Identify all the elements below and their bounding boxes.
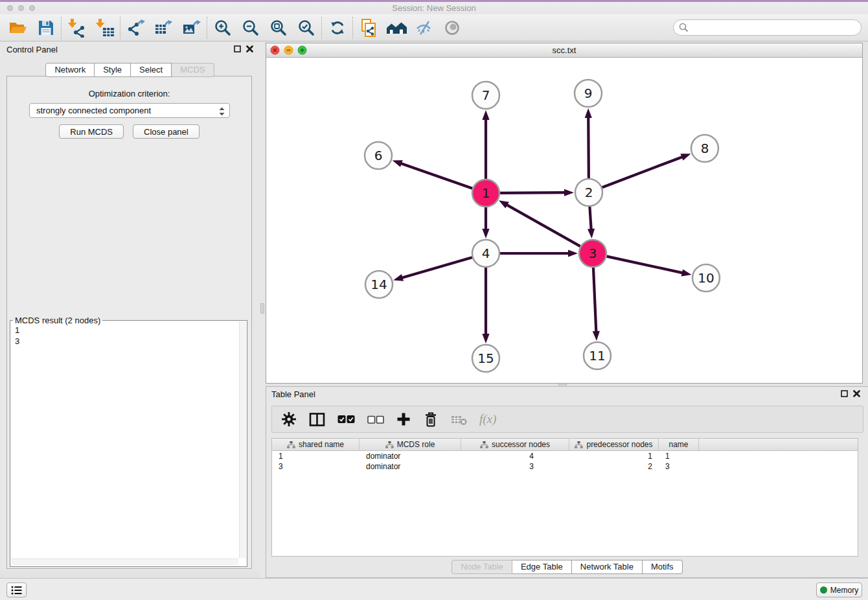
memory-button[interactable]: Memory	[816, 583, 862, 597]
delete-column-button[interactable]	[423, 411, 439, 428]
column-header-MCDS-role[interactable]: MCDS role	[360, 439, 461, 450]
deselect-all-button[interactable]	[367, 415, 384, 424]
table-settings-button[interactable]	[281, 411, 297, 427]
show-panels-icon	[443, 19, 461, 37]
clone-network-button[interactable]	[354, 16, 382, 40]
zoom-selected-button[interactable]	[292, 16, 320, 40]
task-history-button[interactable]	[6, 583, 27, 597]
home-view-button[interactable]	[382, 16, 410, 40]
delete-table-button[interactable]	[451, 413, 467, 426]
graph-node-label: 8	[701, 141, 709, 156]
result-vertical-scrollbar[interactable]	[239, 321, 246, 558]
function-builder-button[interactable]: f(x)	[479, 412, 496, 426]
network-minimize-icon[interactable]	[284, 45, 293, 55]
zoom-in-button[interactable]	[209, 16, 236, 40]
export-network-button[interactable]	[122, 16, 150, 40]
graph-edge-arrowhead	[482, 110, 489, 120]
hide-panels-button[interactable]	[410, 16, 438, 40]
network-window-titlebar[interactable]: scc.txt	[266, 43, 862, 58]
graph-edge-1-2[interactable]	[500, 192, 566, 193]
table-cell[interactable]: dominator	[360, 451, 461, 461]
node-table-header: shared nameMCDS rolesuccessor nodesprede…	[272, 439, 858, 451]
import-table-button[interactable]	[91, 16, 119, 40]
import-network-icon	[67, 18, 87, 38]
float-panel-icon[interactable]	[234, 45, 241, 52]
export-table-button[interactable]	[150, 16, 177, 40]
close-panel-icon[interactable]	[246, 45, 253, 52]
tab-style[interactable]: Style	[95, 63, 131, 77]
table-cell[interactable]: 3	[272, 461, 360, 472]
vertical-split-grip[interactable]	[260, 303, 264, 314]
table-row[interactable]: 3dominator323	[272, 461, 858, 472]
zoom-fit-button[interactable]	[264, 16, 292, 40]
graph-edge-3-10[interactable]	[606, 257, 683, 273]
column-header-shared-name[interactable]: shared name	[272, 439, 360, 450]
search-input[interactable]	[673, 19, 862, 36]
export-image-button[interactable]	[177, 16, 205, 40]
tab-mcds[interactable]: MCDS	[172, 63, 214, 77]
graph-edge-2-3[interactable]	[589, 207, 591, 231]
refresh-view-button[interactable]	[323, 16, 351, 40]
table-row[interactable]: 1dominator411	[272, 451, 858, 461]
tab-motifs[interactable]: Motifs	[643, 560, 683, 574]
network-maximize-icon[interactable]	[297, 45, 307, 55]
graph-edge-2-9[interactable]	[588, 116, 589, 178]
import-network-button[interactable]	[63, 16, 91, 40]
table-cell[interactable]: 4	[461, 451, 569, 461]
graph-edge-2-8[interactable]	[602, 156, 684, 187]
zoom-out-button[interactable]	[236, 16, 264, 40]
table-cell[interactable]: 3	[461, 461, 569, 472]
column-header-predecessor-nodes[interactable]: predecessor nodes	[569, 439, 659, 450]
close-panel-button[interactable]: Close panel	[133, 124, 200, 139]
delete-table-icon	[451, 413, 467, 426]
graph-edge-arrowhead	[499, 200, 509, 208]
run-mcds-button[interactable]: Run MCDS	[59, 124, 124, 139]
optimization-criterion-label: Optimization criterion:	[7, 89, 251, 98]
graph-edge-3-11[interactable]	[593, 268, 596, 333]
graph-node-label: 2	[585, 185, 593, 200]
show-columns-button[interactable]	[309, 412, 325, 427]
status-bar: Memory	[0, 578, 868, 600]
result-horizontal-scrollbar[interactable]	[11, 559, 238, 566]
vertical-split-divider[interactable]	[260, 41, 266, 578]
graph-edge-4-14[interactable]	[401, 257, 472, 278]
show-panels-button[interactable]	[438, 16, 466, 40]
tab-edge-table[interactable]: Edge Table	[512, 560, 572, 574]
table-cell[interactable]: dominator	[360, 461, 461, 472]
network-close-icon[interactable]	[270, 45, 280, 55]
column-header-successor-nodes[interactable]: successor nodes	[461, 439, 569, 450]
graph-edge-1-6[interactable]	[400, 163, 472, 189]
graph-edge-3-1[interactable]	[505, 204, 580, 246]
home-view-icon	[385, 19, 407, 36]
table-cell[interactable]: 3	[659, 461, 699, 472]
column-header-label: name	[668, 440, 688, 449]
mcds-result-box[interactable]: MCDS result (2 nodes) 1 3	[10, 320, 247, 567]
table-cell[interactable]: 1	[659, 451, 699, 461]
add-column-button[interactable]	[396, 412, 411, 426]
table-cell[interactable]: 1	[569, 451, 659, 461]
node-table: shared nameMCDS rolesuccessor nodesprede…	[271, 438, 858, 557]
graph-edge-arrowhead	[482, 229, 489, 238]
tab-network[interactable]: Network	[45, 63, 95, 77]
trash-icon	[423, 411, 439, 428]
table-toolbar: f(x)	[271, 406, 863, 433]
criterion-select[interactable]: strongly connected component	[29, 103, 230, 118]
float-panel-icon[interactable]	[841, 390, 848, 397]
select-all-button[interactable]	[337, 415, 355, 424]
zoom-selected-icon	[297, 19, 315, 37]
tab-network-table[interactable]: Network Table	[572, 560, 643, 574]
criterion-value: strongly connected component	[36, 106, 151, 115]
network-canvas[interactable]: 1234678910111415	[266, 58, 862, 383]
toolbar-separator	[120, 17, 120, 39]
table-cell[interactable]: 2	[569, 461, 659, 472]
column-tree-icon	[287, 441, 295, 448]
graph-edge-arrowhead	[568, 249, 578, 257]
table-cell[interactable]: 1	[272, 451, 360, 461]
close-panel-icon[interactable]	[853, 390, 860, 397]
tab-node-table[interactable]: Node Table	[451, 560, 512, 574]
save-session-button[interactable]	[32, 16, 60, 40]
column-header-name[interactable]: name	[659, 439, 699, 450]
tab-select[interactable]: Select	[131, 63, 172, 77]
zoom-out-icon	[242, 19, 260, 37]
open-session-button[interactable]	[4, 16, 32, 40]
